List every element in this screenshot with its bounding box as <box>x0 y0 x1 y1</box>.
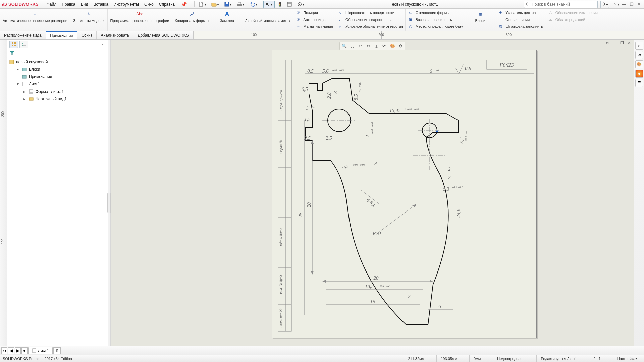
menu-view[interactable]: Вид <box>78 1 91 8</box>
ribbon-balloon[interactable]: ①Позиция <box>295 9 333 16</box>
drawing-sheet[interactable]: СП-0.1 Перв. примен Справ № Подп и дата … <box>272 50 537 338</box>
taskpane-palette-icon[interactable]: 🎨 <box>635 60 643 68</box>
tab-evaluate[interactable]: Анализировать <box>97 31 133 39</box>
ribbon-center-mark[interactable]: ⊕Указатель центра <box>497 9 543 16</box>
tree-drawing-view[interactable]: ▸ Чертежный вид1 <box>8 95 107 103</box>
display-style-icon[interactable]: ◫ <box>373 43 380 49</box>
new-button[interactable]: ▾ <box>197 1 208 8</box>
menu-insert[interactable]: Вставка <box>91 1 111 8</box>
menu-edit[interactable]: Правка <box>59 1 78 8</box>
ribbon-form-tolerance[interactable]: ▭Отклонение формы <box>408 9 463 16</box>
undo-button[interactable]: ▾ <box>248 1 259 8</box>
ribbon-note[interactable]: AЗаметка <box>212 9 242 31</box>
add-sheet-button[interactable]: 🗎 <box>53 347 61 354</box>
drawing-icon <box>9 59 15 65</box>
ribbon-datum[interactable]: ▣Базовая поверхность <box>408 16 463 23</box>
panel-list-view[interactable] <box>19 41 28 48</box>
options-button[interactable] <box>285 1 293 8</box>
graphics-area[interactable]: 🔍 ⛶ ↶ ✂ ◫ 👁 🎨 ⚙ ⧉ — ❐ ✕ СП-0.1 <box>111 40 634 346</box>
ribbon-linear-pattern[interactable]: ⋯Линейный массив заметок <box>242 9 293 31</box>
taskpane-properties-icon[interactable]: ☰ <box>635 79 643 87</box>
tree-annotations[interactable]: Примечания <box>8 73 107 80</box>
menu-file[interactable]: Файл <box>44 1 59 8</box>
status-bar: SOLIDWORKS Premium 2017 x64 Edition 211.… <box>0 355 644 362</box>
svg-rect-19 <box>22 45 23 46</box>
tab-nav-prev[interactable]: ◀ <box>8 347 14 354</box>
search-input[interactable] <box>532 2 596 7</box>
tab-sketch[interactable]: Эскиз <box>77 31 97 39</box>
menu-help[interactable]: Справка <box>157 1 177 8</box>
panel-splitter[interactable] <box>108 40 111 346</box>
restore-button[interactable]: ❐ <box>629 2 635 7</box>
folder-icon <box>21 66 28 72</box>
knowledge-search[interactable] <box>524 1 598 8</box>
tree-blocks[interactable]: ▸ Блоки <box>8 66 107 73</box>
ribbon-autoballoon[interactable]: ②Авто-позиция <box>295 16 333 23</box>
settings-button[interactable]: ▾ <box>295 1 306 8</box>
ribbon-model-items[interactable]: ✳︎Элементы модели <box>70 9 107 31</box>
svg-text:18,2: 18,2 <box>365 284 374 289</box>
save-button[interactable]: ▾ <box>222 1 233 8</box>
ribbon-hole-callout[interactable]: ⌿Условное обозначение отверстия <box>337 23 403 30</box>
tree-root[interactable]: новый спусковой <box>8 58 107 66</box>
tree-sheet-format[interactable]: ▸ Формат листа1 <box>8 88 107 95</box>
menu-window[interactable]: Окно <box>142 1 156 8</box>
search-dropdown[interactable]: ▾ <box>600 1 609 8</box>
vp-close-icon[interactable]: ✕ <box>627 40 632 46</box>
tab-addins[interactable]: Добавления SOLIDWORKS <box>133 31 193 39</box>
ribbon-magnetic-line[interactable]: ⎓Магнитная линия <box>295 23 333 30</box>
minimize-button[interactable]: — <box>621 2 627 7</box>
hide-show-icon[interactable]: 👁 <box>381 43 388 49</box>
taskpane-library-icon[interactable]: 🗂 <box>635 51 643 59</box>
svg-text:2,8: 2,8 <box>326 92 332 99</box>
print-button[interactable]: ▾ <box>235 1 246 8</box>
status-x: 211.32мм <box>404 355 428 362</box>
ribbon-blocks[interactable]: ▦Блоки <box>465 9 495 31</box>
view-settings-icon[interactable]: ⚙ <box>397 43 404 49</box>
ribbon-format-painter[interactable]: 🖌Копировать формат <box>172 9 212 31</box>
vp-max-icon[interactable]: ❐ <box>619 40 625 46</box>
tab-annotation[interactable]: Примечание <box>46 31 77 39</box>
status-scale[interactable]: 2 : 1 <box>589 355 604 362</box>
sheet-tab[interactable]: Лист1 <box>28 347 53 354</box>
menu-tools[interactable]: Инструменты <box>111 1 141 8</box>
help-button[interactable]: ? ▾ <box>614 2 620 7</box>
open-button[interactable]: ▾ <box>209 1 221 8</box>
svg-rect-24 <box>22 75 26 78</box>
ribbon-datum-target[interactable]: ◎Место, определяющее базу <box>408 23 463 30</box>
tree-sheet[interactable]: ▾ Лист1 <box>8 80 107 88</box>
rebuild-button[interactable]: 🚦 <box>276 1 284 8</box>
vp-newwin-icon[interactable]: ⧉ <box>604 40 610 46</box>
ribbon-surface-finish[interactable]: √Шероховатость поверхности <box>337 9 403 16</box>
vp-min-icon[interactable]: — <box>612 40 617 46</box>
close-button[interactable]: ✕ <box>636 2 642 7</box>
scene-icon[interactable]: 🎨 <box>389 43 396 49</box>
taskpane-home-icon[interactable]: ⌂ <box>635 42 643 50</box>
svg-text:2: 2 <box>408 294 411 299</box>
ribbon-smart-dimension[interactable]: ↔︎Автоматическое нанесение размеров <box>0 9 70 31</box>
select-button[interactable]: ▾ <box>263 1 275 8</box>
ribbon-area-hatch[interactable]: ▨Штриховка/заполнить <box>497 23 543 30</box>
ribbon-spellcheck[interactable]: AbcПрограмма проверки орфографии <box>108 9 172 31</box>
taskpane-forum-icon[interactable]: ● <box>635 70 643 78</box>
zoom-area-icon[interactable]: ⛶ <box>348 43 356 49</box>
prev-view-icon[interactable]: ↶ <box>357 43 364 49</box>
zoom-fit-icon[interactable]: 🔍 <box>340 43 348 49</box>
tab-nav-first[interactable]: ⏮ <box>1 347 7 354</box>
collapse-handle[interactable] <box>107 193 111 213</box>
panel-filter[interactable] <box>7 49 108 57</box>
status-custom[interactable]: Настройка ▾ <box>613 355 641 362</box>
ribbon-weld-symbol[interactable]: ⌐Обозначение сварного шва <box>337 16 403 23</box>
panel-expand-icon[interactable]: › <box>99 42 106 47</box>
feature-tree[interactable]: новый спусковой ▸ Блоки Примечания ▾ Лис… <box>7 57 108 346</box>
tab-view-layout[interactable]: Расположение вида <box>0 31 46 39</box>
svg-rect-23 <box>22 68 26 71</box>
panel-icon-view[interactable] <box>9 41 18 48</box>
tab-nav-next[interactable]: ▶ <box>15 347 21 354</box>
section-view-icon[interactable]: ✂ <box>365 43 372 49</box>
ribbon-centerline[interactable]: —Осевая линия <box>497 16 543 23</box>
tab-nav-last[interactable]: ⏭ <box>21 347 28 354</box>
svg-text:2: 2 <box>448 166 451 172</box>
svg-text:+0.03
-0.02: +0.03 -0.02 <box>370 122 373 136</box>
pin-icon[interactable]: 📌 <box>179 2 189 7</box>
